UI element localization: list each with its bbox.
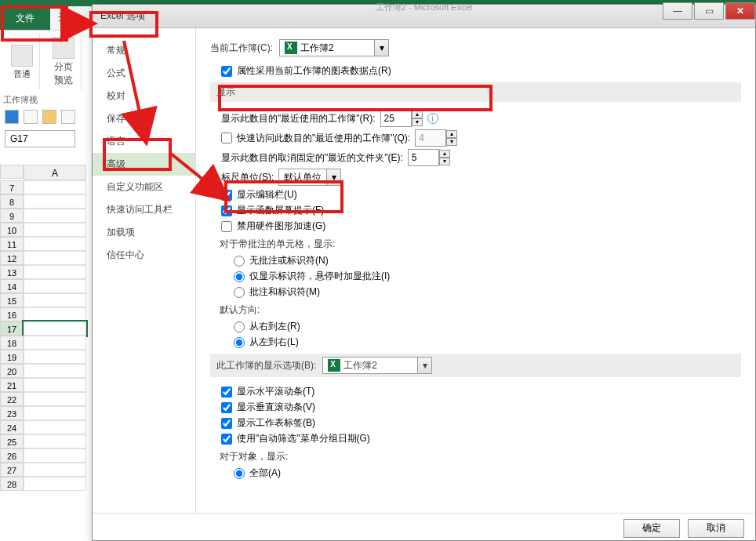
name-box-input[interactable]	[5, 130, 75, 147]
row-header[interactable]: 14	[0, 279, 24, 293]
comments-both-radio[interactable]	[234, 287, 245, 298]
quick-recent-checkbox[interactable]	[221, 133, 232, 143]
row-header[interactable]: 21	[0, 378, 24, 392]
row-header[interactable]: 25	[0, 434, 24, 448]
cell[interactable]	[24, 237, 86, 251]
spin-up-icon[interactable]: ▴	[412, 111, 423, 118]
disable-hw-checkbox[interactable]	[221, 221, 232, 232]
info-icon[interactable]: i	[427, 113, 438, 124]
comments-indicator-radio[interactable]	[234, 271, 245, 282]
minimize-button[interactable]: —	[663, 2, 692, 20]
row-header[interactable]: 28	[0, 477, 24, 491]
row-header[interactable]: 23	[0, 406, 24, 420]
sidebar-item-formula[interactable]: 公式	[93, 62, 195, 85]
cell[interactable]	[24, 279, 86, 293]
col-header-A[interactable]: A	[24, 165, 86, 180]
cancel-button[interactable]: 取消	[688, 519, 744, 538]
row-header[interactable]: 9	[0, 209, 24, 223]
show-vscroll-checkbox[interactable]	[221, 402, 232, 413]
file-tab[interactable]: 文件	[0, 6, 50, 30]
ruler-unit-value: 默认单位	[284, 171, 322, 184]
cell[interactable]	[24, 364, 86, 378]
maximize-button[interactable]: ▭	[694, 2, 724, 20]
row-header[interactable]: 24	[0, 420, 24, 434]
row-header[interactable]: 12	[0, 251, 24, 265]
row-header[interactable]: 15	[0, 293, 24, 307]
sidebar-item-addins[interactable]: 加载项	[93, 221, 195, 244]
new-icon[interactable]	[24, 110, 38, 124]
sidebar-item-advanced[interactable]: 高级	[93, 153, 195, 176]
cell[interactable]	[24, 265, 86, 279]
cell[interactable]	[24, 180, 86, 194]
sidebar-item-language[interactable]: 语言	[93, 130, 195, 153]
cell[interactable]	[24, 307, 86, 321]
comments-none-radio[interactable]	[234, 256, 245, 267]
cell[interactable]	[24, 350, 86, 364]
view-normal-icon[interactable]	[11, 45, 33, 67]
cell[interactable]	[24, 209, 86, 223]
row-header[interactable]: 22	[0, 392, 24, 406]
row-header[interactable]: 13	[0, 265, 24, 279]
save-icon[interactable]	[5, 110, 19, 124]
direction-ltr-radio[interactable]	[234, 337, 245, 348]
show-formula-bar-checkbox[interactable]	[221, 190, 232, 201]
view-pagebreak-icon[interactable]	[53, 37, 75, 59]
objects-all-radio[interactable]	[234, 468, 245, 479]
recent-wb-spinner[interactable]: ▴▾	[380, 110, 423, 127]
cell[interactable]	[24, 434, 86, 448]
row-header[interactable]: 7	[0, 180, 24, 194]
row-header[interactable]: 20	[0, 364, 24, 378]
open-icon[interactable]	[42, 110, 56, 124]
workbook-display-dropdown[interactable]: 工作簿2 ▾	[322, 357, 432, 374]
sidebar-item-qat[interactable]: 快速访问工具栏	[93, 198, 195, 221]
row-header[interactable]: 19	[0, 350, 24, 364]
prop-chart-points-checkbox[interactable]	[221, 66, 232, 77]
options-content[interactable]: 当前工作簿(C): 工作簿2 ▾ 属性采用当前工作簿的图表数据点(R) 显示 显…	[196, 28, 755, 513]
row-header[interactable]: 10	[0, 223, 24, 237]
cell[interactable]	[24, 406, 86, 420]
cell[interactable]	[24, 392, 86, 406]
cell[interactable]	[24, 251, 86, 265]
row-header[interactable]: 18	[0, 336, 24, 350]
cell[interactable]	[24, 194, 86, 209]
spin-down-icon[interactable]: ▾	[412, 118, 423, 126]
show-tabs-checkbox[interactable]	[221, 418, 232, 429]
show-func-tip-checkbox[interactable]	[221, 205, 232, 216]
sidebar-item-customize-ribbon[interactable]: 自定义功能区	[93, 176, 195, 198]
cell[interactable]	[24, 293, 86, 307]
quick-recent-spinner[interactable]: ▴▾	[415, 129, 457, 147]
row-header[interactable]: 11	[0, 237, 24, 251]
sidebar-item-general[interactable]: 常规	[93, 39, 195, 62]
sidebar-item-proof[interactable]: 校对	[93, 85, 195, 107]
cell[interactable]	[24, 463, 86, 477]
close-button[interactable]: ✕	[725, 2, 755, 20]
recent-wb-input[interactable]	[380, 110, 412, 127]
cell[interactable]	[24, 448, 86, 463]
cell[interactable]	[24, 378, 86, 392]
sidebar-item-trust[interactable]: 信任中心	[93, 244, 195, 267]
recent-folder-spinner[interactable]: ▴▾	[408, 149, 450, 166]
print-icon[interactable]	[61, 110, 75, 124]
cell[interactable]	[24, 223, 86, 237]
cell[interactable]	[24, 420, 86, 434]
direction-rtl-radio[interactable]	[234, 321, 245, 332]
cell[interactable]	[24, 477, 86, 491]
spin-down-icon[interactable]: ▾	[439, 158, 450, 165]
row-header[interactable]: 16	[0, 307, 24, 321]
autofilter-group-checkbox[interactable]	[221, 434, 232, 445]
select-all-corner[interactable]	[0, 165, 24, 179]
row-header[interactable]: 17	[0, 321, 24, 336]
row-header[interactable]: 27	[0, 463, 24, 477]
start-tab[interactable]: 开始	[50, 6, 85, 30]
current-workbook-dropdown[interactable]: 工作簿2 ▾	[279, 39, 389, 56]
cell[interactable]	[24, 321, 86, 336]
spin-up-icon[interactable]: ▴	[439, 150, 450, 158]
cell[interactable]	[24, 336, 86, 350]
row-header[interactable]: 26	[0, 448, 24, 463]
ok-button[interactable]: 确定	[623, 519, 680, 538]
row-header[interactable]: 8	[0, 194, 24, 209]
ruler-unit-dropdown[interactable]: 默认单位 ▾	[278, 169, 341, 186]
show-hscroll-checkbox[interactable]	[221, 387, 232, 398]
sidebar-item-save[interactable]: 保存	[93, 107, 195, 130]
recent-folder-input[interactable]	[408, 149, 439, 166]
